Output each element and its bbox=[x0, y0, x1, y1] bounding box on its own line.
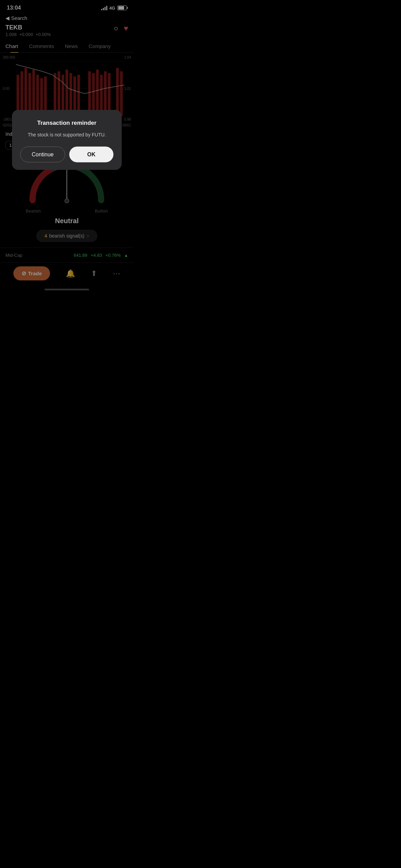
modal-buttons: Continue OK bbox=[20, 147, 113, 162]
modal-title: Transaction reminder bbox=[20, 120, 113, 126]
modal-body: The stock is not supported by FUTU. bbox=[20, 131, 113, 138]
continue-button[interactable]: Continue bbox=[20, 147, 65, 162]
transaction-modal: Transaction reminder The stock is not su… bbox=[12, 110, 122, 170]
ok-button[interactable]: OK bbox=[69, 147, 113, 162]
